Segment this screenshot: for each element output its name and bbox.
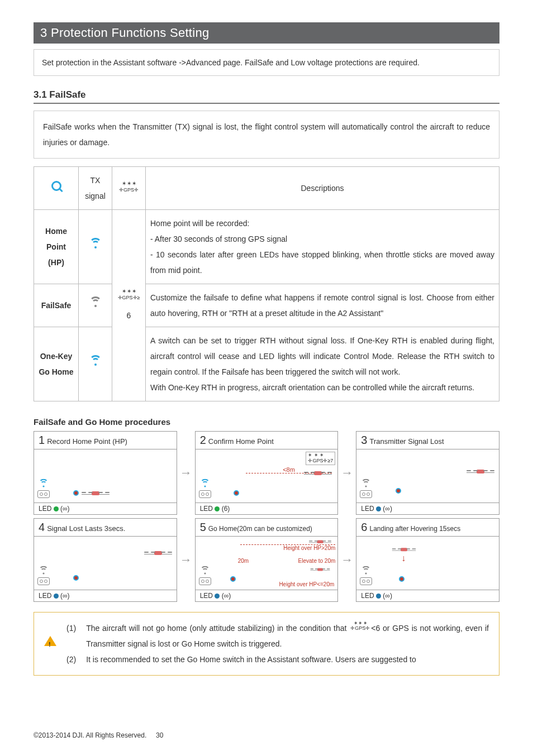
row-tx — [79, 284, 112, 327]
arrow-right-icon: → — [341, 466, 353, 480]
warn-num: (2) — [66, 652, 76, 667]
proc-step-6: 6Landing after Hovering 15secs ↓ LED (∞) — [356, 518, 499, 602]
home-point-icon — [73, 575, 79, 581]
step-led: LED (∞) — [34, 590, 177, 601]
row-desc: Home point will be recorded: - After 30 … — [146, 210, 499, 284]
proc-step-5: 5Go Home(20m can be customized) Height o… — [195, 518, 339, 602]
home-point-icon — [399, 576, 404, 582]
drone-icon — [392, 546, 416, 552]
arrow-right-icon: → — [180, 553, 192, 567]
step-led: LED (∞) — [356, 590, 499, 601]
row-tx — [79, 327, 112, 401]
drone-icon — [311, 567, 330, 571]
home-point-icon — [234, 490, 239, 496]
procedures-grid: 1Record Home Point (HP) LED (∞) → 2Confi… — [34, 431, 499, 602]
step-number: 2 — [200, 434, 206, 447]
gps-stars-icon: ✶ ✶ ✶ — [122, 288, 136, 294]
gps-stars-icon: ✶ ✶ ✶ — [122, 180, 136, 186]
step-number: 4 — [39, 521, 45, 534]
home-point-icon — [396, 488, 401, 494]
step-led: LED (6) — [196, 503, 338, 514]
gps-badge: ✶ ✶ ✶ ✛GPS✛≥7 — [306, 452, 335, 465]
wifi-off-icon — [361, 480, 372, 488]
magnifier-icon — [51, 181, 61, 191]
warn-text: The aircraft will not go home (only atti… — [86, 620, 489, 652]
home-point-icon — [73, 490, 79, 496]
page-footer: ©2013-2014 DJI. All Rights Reserved. 30 — [34, 731, 163, 739]
remote-icon — [37, 577, 50, 585]
wifi-off-icon — [200, 567, 210, 575]
gps-inline-icon: ✶ ✶ ✶✛GPS✛ — [350, 621, 370, 631]
gps-min-sat: 6 — [117, 308, 141, 323]
failsafe-heading: 3.1 FailSafe — [34, 89, 499, 101]
wifi-on-icon — [89, 240, 102, 250]
elevate-label: Elevate to 20m — [251, 558, 335, 564]
row-label: FailSafe — [34, 284, 79, 327]
drone-icon — [467, 467, 494, 474]
warning-icon — [44, 636, 56, 646]
section-banner: 3 Protection Functions Setting — [34, 22, 499, 44]
remote-icon — [360, 577, 372, 585]
drone-icon — [309, 539, 331, 544]
remote-icon — [199, 577, 211, 585]
height-over-label: Height over HP>20m — [240, 545, 336, 551]
row-label: Home Point (HP) — [34, 210, 79, 284]
intro-box: Set protection in the Assistant software… — [34, 49, 499, 76]
step-title: Go Home(20m can be customized) — [208, 525, 312, 533]
step-title: Record Home Point (HP) — [47, 437, 127, 446]
copyright: ©2013-2014 DJI. All Rights Reserved. — [34, 731, 146, 739]
height-under-label: Height over HP<=20m — [279, 581, 334, 587]
gps-merged-cell: ✶ ✶ ✶ ✛GPS✛≥ 6 — [112, 210, 146, 401]
failsafe-table: TX signal ✶ ✶ ✶ ✛GPS✛ Descriptions Home … — [34, 166, 499, 401]
warning-box: (1) The aircraft will not go home (only … — [34, 612, 499, 676]
wifi-off-icon — [39, 567, 49, 575]
wifi-off-icon — [89, 298, 102, 308]
proc-step-1: 1Record Home Point (HP) LED (∞) — [34, 431, 177, 515]
arrow-right-icon: → — [341, 553, 353, 567]
th-desc: Descriptions — [146, 167, 499, 210]
step-led: LED (∞) — [34, 503, 177, 514]
step-led: LED (∞) — [196, 590, 338, 601]
remote-icon — [199, 490, 211, 498]
step-number: 6 — [361, 521, 367, 534]
down-arrow-icon: ↓ — [401, 553, 406, 563]
step-title: Transmitter Signal Lost — [369, 437, 444, 446]
row-desc: Customize the failsafe to define what ha… — [146, 284, 499, 327]
step-title: Confirm Home Point — [208, 437, 274, 446]
elevate-20m: 20m — [238, 558, 249, 564]
step-title: Signal Lost Lasts 3secs. — [47, 524, 125, 533]
wifi-on-icon — [89, 357, 102, 367]
home-point-icon — [230, 576, 236, 582]
step-led: LED (∞) — [356, 503, 499, 514]
wifi-on-icon — [200, 480, 210, 488]
th-tx: TX signal — [79, 167, 112, 210]
th-gps: ✶ ✶ ✶ ✛GPS✛ — [112, 167, 146, 210]
drone-icon — [82, 489, 110, 496]
gps-text: ✛GPS✛≥ — [118, 295, 140, 300]
th-icon — [34, 167, 79, 210]
wifi-off-icon — [361, 567, 372, 575]
step-number: 3 — [361, 434, 367, 447]
proc-step-4: 4Signal Lost Lasts 3secs. LED (∞) — [34, 518, 177, 602]
drone-icon — [144, 549, 172, 556]
drone-icon — [304, 469, 332, 476]
step-number: 5 — [200, 521, 206, 534]
step-title: Landing after Hovering 15secs — [369, 525, 460, 533]
proc-step-2: 2Confirm Home Point ✶ ✶ ✶ ✛GPS✛≥7 <8m LE… — [195, 431, 339, 515]
gps-text: ✛GPS✛ — [119, 187, 139, 193]
failsafe-description: FailSafe works when the Transmitter (TX)… — [34, 111, 499, 159]
step-number: 1 — [39, 434, 45, 447]
heading-underline — [34, 103, 499, 104]
row-desc: A switch can be set to trigger RTH witho… — [146, 327, 499, 401]
warn-num: (1) — [66, 620, 76, 652]
wifi-on-icon — [39, 480, 49, 488]
warn-text: It is recommended to set the Go Home swi… — [86, 652, 416, 667]
page-number: 30 — [156, 731, 163, 739]
procedures-title: FailSafe and Go Home procedures — [34, 417, 499, 427]
row-tx — [79, 210, 112, 284]
row-label: One-Key Go Home — [34, 327, 79, 401]
remote-icon — [37, 490, 50, 498]
arrow-right-icon: → — [180, 466, 192, 480]
remote-icon — [360, 490, 372, 498]
proc-step-3: 3Transmitter Signal Lost LED (∞) — [356, 431, 499, 515]
